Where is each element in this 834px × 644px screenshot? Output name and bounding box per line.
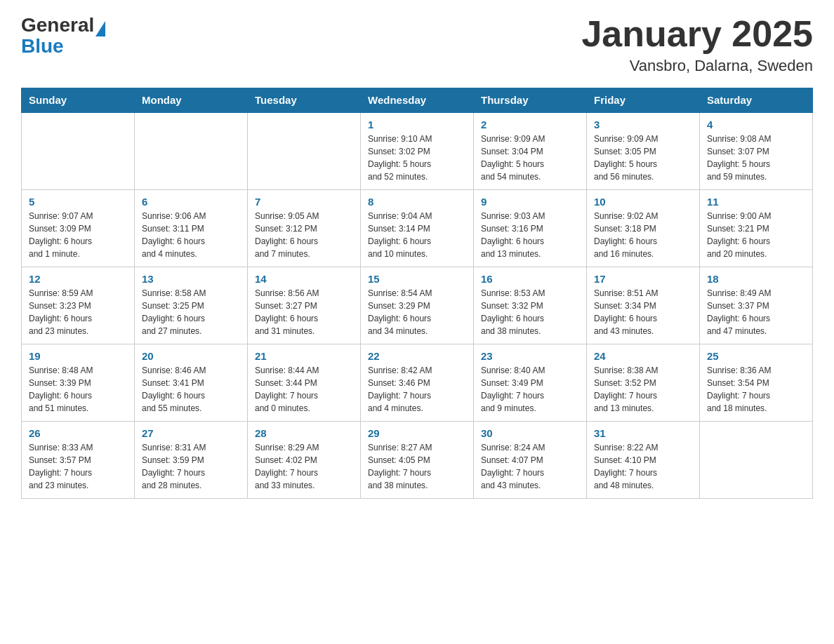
calendar-cell: 25Sunrise: 8:36 AM Sunset: 3:54 PM Dayli… — [700, 344, 813, 421]
day-info: Sunrise: 8:24 AM Sunset: 4:07 PM Dayligh… — [481, 441, 579, 492]
day-info: Sunrise: 9:06 AM Sunset: 3:11 PM Dayligh… — [142, 210, 240, 260]
day-info: Sunrise: 9:10 AM Sunset: 3:02 PM Dayligh… — [368, 133, 466, 183]
day-number: 22 — [368, 350, 466, 362]
day-number: 12 — [29, 273, 127, 285]
calendar-cell: 31Sunrise: 8:22 AM Sunset: 4:10 PM Dayli… — [587, 421, 700, 498]
day-number: 20 — [142, 350, 240, 362]
calendar-cell: 16Sunrise: 8:53 AM Sunset: 3:32 PM Dayli… — [474, 267, 587, 344]
day-number: 24 — [594, 350, 692, 362]
day-info: Sunrise: 8:56 AM Sunset: 3:27 PM Dayligh… — [255, 287, 353, 337]
day-info: Sunrise: 8:40 AM Sunset: 3:49 PM Dayligh… — [481, 364, 579, 415]
col-monday: Monday — [135, 88, 248, 113]
day-number: 25 — [707, 350, 805, 362]
day-info: Sunrise: 8:59 AM Sunset: 3:23 PM Dayligh… — [29, 287, 127, 337]
col-sunday: Sunday — [22, 88, 135, 113]
calendar-cell — [135, 112, 248, 189]
page-header: General Blue January 2025 Vansbro, Dalar… — [21, 14, 813, 75]
day-info: Sunrise: 8:22 AM Sunset: 4:10 PM Dayligh… — [594, 441, 692, 492]
day-number: 13 — [142, 273, 240, 285]
calendar-cell: 9Sunrise: 9:03 AM Sunset: 3:16 PM Daylig… — [474, 189, 587, 267]
col-thursday: Thursday — [474, 88, 587, 113]
calendar-cell: 13Sunrise: 8:58 AM Sunset: 3:25 PM Dayli… — [135, 267, 248, 344]
calendar-cell: 21Sunrise: 8:44 AM Sunset: 3:44 PM Dayli… — [248, 344, 361, 421]
day-number: 21 — [255, 350, 353, 362]
day-number: 14 — [255, 273, 353, 285]
calendar-cell: 8Sunrise: 9:04 AM Sunset: 3:14 PM Daylig… — [361, 189, 474, 267]
calendar-table: Sunday Monday Tuesday Wednesday Thursday… — [21, 88, 813, 499]
day-number: 9 — [481, 196, 579, 208]
day-info: Sunrise: 9:00 AM Sunset: 3:21 PM Dayligh… — [707, 210, 805, 260]
day-info: Sunrise: 9:05 AM Sunset: 3:12 PM Dayligh… — [255, 210, 353, 260]
calendar-title: January 2025 — [581, 14, 813, 54]
calendar-cell: 7Sunrise: 9:05 AM Sunset: 3:12 PM Daylig… — [248, 189, 361, 267]
title-block: January 2025 Vansbro, Dalarna, Sweden — [581, 14, 813, 75]
calendar-cell: 18Sunrise: 8:49 AM Sunset: 3:37 PM Dayli… — [700, 267, 813, 344]
calendar-cell: 23Sunrise: 8:40 AM Sunset: 3:49 PM Dayli… — [474, 344, 587, 421]
calendar-subtitle: Vansbro, Dalarna, Sweden — [581, 57, 813, 75]
col-saturday: Saturday — [700, 88, 813, 113]
day-number: 6 — [142, 196, 240, 208]
day-number: 29 — [368, 427, 466, 439]
col-tuesday: Tuesday — [248, 88, 361, 113]
calendar-cell: 22Sunrise: 8:42 AM Sunset: 3:46 PM Dayli… — [361, 344, 474, 421]
calendar-cell: 15Sunrise: 8:54 AM Sunset: 3:29 PM Dayli… — [361, 267, 474, 344]
calendar-cell: 11Sunrise: 9:00 AM Sunset: 3:21 PM Dayli… — [700, 189, 813, 267]
calendar-cell: 26Sunrise: 8:33 AM Sunset: 3:57 PM Dayli… — [22, 421, 135, 498]
day-number: 16 — [481, 273, 579, 285]
day-info: Sunrise: 9:08 AM Sunset: 3:07 PM Dayligh… — [707, 133, 805, 183]
day-number: 7 — [255, 196, 353, 208]
day-info: Sunrise: 8:58 AM Sunset: 3:25 PM Dayligh… — [142, 287, 240, 337]
day-info: Sunrise: 8:36 AM Sunset: 3:54 PM Dayligh… — [707, 364, 805, 415]
calendar-cell: 6Sunrise: 9:06 AM Sunset: 3:11 PM Daylig… — [135, 189, 248, 267]
calendar-cell: 10Sunrise: 9:02 AM Sunset: 3:18 PM Dayli… — [587, 189, 700, 267]
day-number: 31 — [594, 427, 692, 439]
calendar-cell: 14Sunrise: 8:56 AM Sunset: 3:27 PM Dayli… — [248, 267, 361, 344]
calendar-cell: 29Sunrise: 8:27 AM Sunset: 4:05 PM Dayli… — [361, 421, 474, 498]
day-info: Sunrise: 8:44 AM Sunset: 3:44 PM Dayligh… — [255, 364, 353, 415]
calendar-cell — [700, 421, 813, 498]
calendar-cell — [22, 112, 135, 189]
calendar-cell: 5Sunrise: 9:07 AM Sunset: 3:09 PM Daylig… — [22, 189, 135, 267]
logo: General Blue — [21, 14, 105, 56]
calendar-cell: 20Sunrise: 8:46 AM Sunset: 3:41 PM Dayli… — [135, 344, 248, 421]
calendar-cell — [248, 112, 361, 189]
day-number: 30 — [481, 427, 579, 439]
calendar-cell: 19Sunrise: 8:48 AM Sunset: 3:39 PM Dayli… — [22, 344, 135, 421]
logo-blue-text: Blue — [21, 35, 64, 57]
calendar-week-row: 5Sunrise: 9:07 AM Sunset: 3:09 PM Daylig… — [22, 189, 813, 267]
day-number: 11 — [707, 196, 805, 208]
calendar-cell: 2Sunrise: 9:09 AM Sunset: 3:04 PM Daylig… — [474, 112, 587, 189]
calendar-cell: 28Sunrise: 8:29 AM Sunset: 4:02 PM Dayli… — [248, 421, 361, 498]
day-info: Sunrise: 9:04 AM Sunset: 3:14 PM Dayligh… — [368, 210, 466, 260]
day-number: 1 — [368, 119, 466, 130]
day-number: 8 — [368, 196, 466, 208]
day-info: Sunrise: 8:54 AM Sunset: 3:29 PM Dayligh… — [368, 287, 466, 337]
day-number: 17 — [594, 273, 692, 285]
calendar-cell: 1Sunrise: 9:10 AM Sunset: 3:02 PM Daylig… — [361, 112, 474, 189]
day-number: 18 — [707, 273, 805, 285]
calendar-cell: 3Sunrise: 9:09 AM Sunset: 3:05 PM Daylig… — [587, 112, 700, 189]
logo-general-text: General — [21, 14, 94, 36]
day-info: Sunrise: 8:42 AM Sunset: 3:46 PM Dayligh… — [368, 364, 466, 415]
logo-triangle-icon — [95, 21, 105, 36]
calendar-cell: 17Sunrise: 8:51 AM Sunset: 3:34 PM Dayli… — [587, 267, 700, 344]
day-info: Sunrise: 9:03 AM Sunset: 3:16 PM Dayligh… — [481, 210, 579, 260]
calendar-cell: 4Sunrise: 9:08 AM Sunset: 3:07 PM Daylig… — [700, 112, 813, 189]
day-info: Sunrise: 8:49 AM Sunset: 3:37 PM Dayligh… — [707, 287, 805, 337]
calendar-cell: 27Sunrise: 8:31 AM Sunset: 3:59 PM Dayli… — [135, 421, 248, 498]
day-info: Sunrise: 8:27 AM Sunset: 4:05 PM Dayligh… — [368, 441, 466, 492]
calendar-week-row: 26Sunrise: 8:33 AM Sunset: 3:57 PM Dayli… — [22, 421, 813, 498]
day-number: 26 — [29, 427, 127, 439]
day-number: 10 — [594, 196, 692, 208]
calendar-cell: 24Sunrise: 8:38 AM Sunset: 3:52 PM Dayli… — [587, 344, 700, 421]
day-info: Sunrise: 8:48 AM Sunset: 3:39 PM Dayligh… — [29, 364, 127, 415]
day-number: 28 — [255, 427, 353, 439]
col-friday: Friday — [587, 88, 700, 113]
day-info: Sunrise: 9:02 AM Sunset: 3:18 PM Dayligh… — [594, 210, 692, 260]
calendar-week-row: 12Sunrise: 8:59 AM Sunset: 3:23 PM Dayli… — [22, 267, 813, 344]
day-number: 27 — [142, 427, 240, 439]
col-wednesday: Wednesday — [361, 88, 474, 113]
calendar-cell: 12Sunrise: 8:59 AM Sunset: 3:23 PM Dayli… — [22, 267, 135, 344]
day-info: Sunrise: 8:51 AM Sunset: 3:34 PM Dayligh… — [594, 287, 692, 337]
calendar-week-row: 19Sunrise: 8:48 AM Sunset: 3:39 PM Dayli… — [22, 344, 813, 421]
